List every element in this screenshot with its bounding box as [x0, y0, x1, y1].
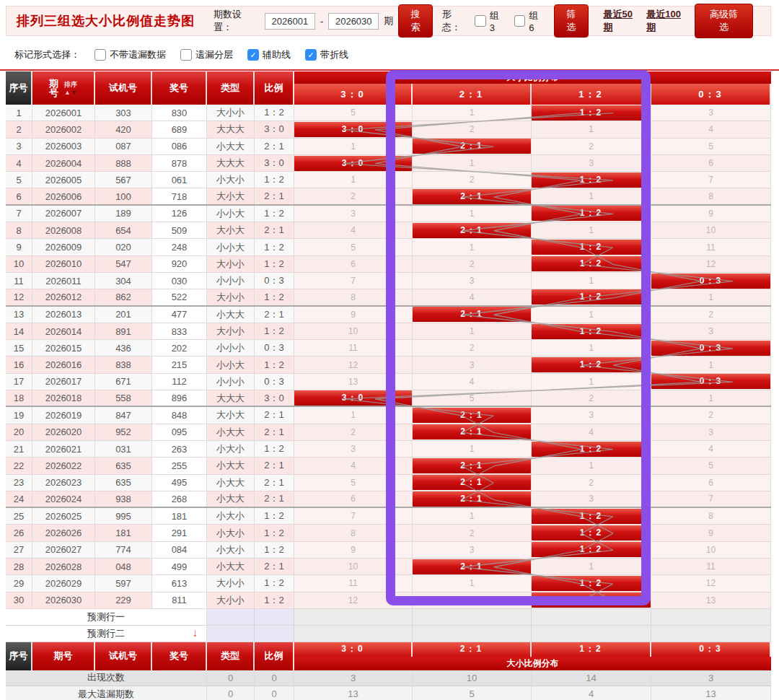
checked-checkbox-icon[interactable]: ✓ [305, 49, 317, 61]
predict-ratio-input[interactable] [255, 626, 294, 642]
stats-cell: 0 [207, 670, 255, 686]
stats-cell: 14 [532, 670, 651, 686]
chart-cell-0-3: 1 [651, 390, 771, 406]
miss-count: 10 [348, 561, 358, 572]
period-from-input[interactable] [265, 13, 315, 30]
miss-count: 1 [470, 158, 475, 168]
unchecked-checkbox-icon[interactable] [514, 15, 526, 27]
checkbox-组6[interactable]: 组6 [514, 9, 543, 33]
cell-period: 2026025 [32, 508, 95, 524]
chart-cell-3-0: 7 [294, 273, 413, 289]
stats-appear-label: 出现次数 [6, 670, 207, 686]
checkbox-不带遗漏数据[interactable]: 不带遗漏数据 [94, 48, 166, 61]
chart-cell-0-3: 5 [651, 458, 771, 473]
period-to-input[interactable] [328, 13, 379, 30]
table-row: 202026020952095小大大2：122：143 [6, 424, 771, 441]
chart-cell-3-0: 3：0 [294, 390, 413, 406]
header-distribution: 大小比例分布 3：0 2：1 1：2 0：3 [294, 71, 771, 105]
cell-seq: 23 [6, 475, 32, 491]
filter-button[interactable]: 筛选 [554, 4, 589, 38]
predict-ratio-input[interactable] [255, 609, 294, 625]
cell-prize-number: 263 [152, 441, 207, 457]
miss-count: 7 [351, 511, 356, 521]
chart-cell-2-1: 3 [413, 356, 532, 372]
cell-prize-number: 689 [152, 121, 207, 137]
miss-count: 8 [708, 191, 713, 201]
miss-count: 1 [708, 393, 713, 403]
miss-count: 3 [589, 158, 594, 168]
footer-header-seq: 序号 [6, 642, 32, 670]
cell-type: 小小大 [207, 239, 255, 255]
chart-cell-3-0: 2 [294, 424, 413, 440]
chart-cell-0-3: 13 [651, 592, 771, 608]
cell-prize-number: 255 [152, 458, 207, 473]
unchecked-checkbox-icon[interactable] [180, 49, 192, 61]
miss-count: 1 [470, 108, 475, 118]
sort-asc-icon[interactable]: ▲ [64, 89, 71, 96]
checkbox-辅助线[interactable]: ✓辅助线 [247, 48, 291, 61]
sort-control[interactable]: 排序 ▲▼ [64, 81, 77, 96]
ratio-badge: 2：1 [413, 491, 531, 507]
header-period: 期号 排序 ▲▼ [32, 71, 95, 105]
table-row: 62026006100718大小大2：122：118 [6, 188, 771, 205]
predict-cell [294, 609, 413, 625]
scroll-down-arrow-icon[interactable]: ↓ [193, 628, 198, 638]
chart-cell-0-3: 2 [651, 307, 771, 323]
chart-cell-0-3: 0：3 [651, 273, 771, 289]
cell-period: 2026028 [32, 559, 95, 574]
chart-cell-0-3: 7 [651, 172, 771, 188]
checkbox-带折线[interactable]: ✓带折线 [305, 48, 348, 61]
cell-period: 2026030 [32, 592, 95, 608]
shape-checkbox-group: 组3组6 [475, 9, 543, 33]
table-row: 162026016838215小小大1：21231：21 [6, 356, 771, 373]
cell-period: 2026020 [32, 424, 95, 440]
cell-prize-number: 202 [152, 340, 207, 356]
cell-prize-number: 181 [152, 508, 207, 524]
checked-checkbox-icon[interactable]: ✓ [247, 49, 259, 61]
ratio-badge: 3：0 [294, 156, 412, 171]
checkbox-遗漏分层[interactable]: 遗漏分层 [180, 48, 233, 61]
predict-type-input[interactable] [207, 626, 255, 642]
cell-type: 大大大 [207, 121, 255, 137]
cell-ratio: 1：2 [255, 508, 294, 524]
predict-type-input[interactable] [207, 609, 255, 625]
unchecked-checkbox-icon[interactable] [94, 49, 106, 61]
table-row: 212026021031263小大小1：2311：24 [6, 441, 771, 458]
stats-cell: 13 [651, 686, 771, 700]
cell-seq: 16 [6, 356, 32, 372]
recent-50-link[interactable]: 最近50期 [604, 8, 642, 34]
cell-period: 2026021 [32, 441, 95, 457]
chart-cell-1-2: 1：2 [532, 172, 651, 188]
chart-cell-1-2: 1：2 [532, 525, 651, 541]
table-row: 172026017671112小小小0：313410：3 [6, 374, 771, 390]
sort-desc-icon[interactable]: ▼ [71, 89, 77, 96]
chart-cell-1-2: 4 [532, 424, 651, 440]
sort-label: 排序 [64, 81, 77, 88]
ratio-badge: 2：1 [413, 307, 531, 322]
predict-row-1: 预测行一 [6, 609, 771, 626]
chart-cell-1-2: 3 [532, 155, 651, 171]
advanced-filter-button[interactable]: 高级筛选 [695, 4, 753, 38]
predict-cell [651, 626, 771, 642]
cell-seq: 27 [6, 542, 32, 558]
cell-ratio: 1：2 [255, 575, 294, 591]
recent-100-link[interactable]: 最近100期 [646, 8, 690, 34]
header-col-2-1: 2：1 [413, 84, 532, 105]
ratio-badge: 2：1 [413, 559, 531, 574]
cell-ratio: 1：2 [255, 441, 294, 457]
miss-count: 1 [708, 292, 713, 302]
footer-header-test-number: 试机号 [95, 642, 152, 670]
chart-cell-1-2: 1：2 [532, 289, 651, 305]
chart-cell-0-3: 4 [651, 121, 771, 137]
cell-prize-number: 830 [152, 105, 207, 121]
cell-seq: 2 [6, 121, 32, 137]
miss-count: 1 [589, 377, 594, 387]
checkbox-组3[interactable]: 组3 [475, 9, 503, 33]
unchecked-checkbox-icon[interactable] [475, 15, 486, 27]
cell-period: 2026015 [32, 340, 95, 356]
predict-cell [532, 609, 651, 625]
ratio-badge: 0：3 [651, 274, 770, 289]
search-button[interactable]: 搜索 [398, 4, 433, 38]
miss-count: 1 [470, 578, 475, 588]
miss-count: 11 [348, 578, 357, 588]
